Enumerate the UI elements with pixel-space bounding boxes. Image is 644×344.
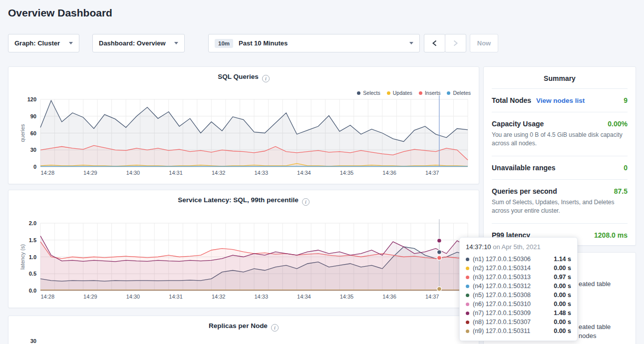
summary-panel: Summary Total Nodes View nodes list 9 Ca… [483,66,636,246]
svg-text:14:37: 14:37 [425,294,439,300]
svg-text:14:28: 14:28 [41,170,55,176]
svg-text:14:33: 14:33 [255,294,269,300]
replicas-per-node-title: Replicas per Nodei [8,322,479,332]
time-range-label: Past 10 Minutes [239,39,288,47]
tooltip-row: (n1) 127.0.0.1:503061.14 s [466,255,571,264]
chevron-down-icon [409,42,413,44]
info-icon[interactable]: i [271,324,279,332]
series-color-dot [466,321,469,324]
sql-queries-chart[interactable]: 030609012014:2814:2914:3014:3114:3214:33… [8,67,480,185]
svg-text:30: 30 [30,147,36,153]
tooltip-node-value: 0.00 s [554,301,571,308]
svg-text:14:35: 14:35 [340,294,354,300]
tooltip-time: 14:37:10 [466,243,491,251]
chart-title-text: Replicas per Node [209,322,268,330]
tooltip-node-label: (n8) 127.0.0.1:50307 [473,319,531,326]
now-button[interactable]: Now [470,34,498,52]
tooltip-node-label: (n2) 127.0.0.1:50314 [473,265,531,272]
time-next-button[interactable] [445,34,466,52]
tooltip-node-value: 0.00 s [554,319,571,326]
time-range-selector[interactable]: 10m Past 10 Minutes [208,34,420,52]
tooltip-row: (n6) 127.0.0.1:503100.00 s [466,300,571,309]
y-axis-tick: 30 [28,338,36,344]
chevron-down-icon [174,42,178,44]
tooltip-node-label: (n3) 127.0.0.1:50313 [473,274,531,281]
time-prev-button[interactable] [424,34,445,52]
svg-text:14:31: 14:31 [169,294,183,300]
svg-text:14:33: 14:33 [255,170,269,176]
svg-text:14:29: 14:29 [83,294,97,300]
chart-tooltip: 14:37:10 on Apr 5th, 2021 (n1) 127.0.0.1… [459,237,578,341]
capacity-desc: You are using 0 B of 4.5 GiB usable disk… [492,131,628,148]
tooltip-row: (n5) 127.0.0.1:503080.00 s [466,291,571,300]
total-nodes-value: 9 [624,96,628,104]
qps-desc: Sum of Selects, Updates, Inserts, and De… [492,198,628,216]
chevron-left-icon [432,40,437,46]
view-nodes-list-link[interactable]: View nodes list [536,97,585,104]
series-color-dot [466,258,469,261]
svg-text:1.5: 1.5 [29,237,36,243]
page-title: Overview Dashboard [8,7,112,19]
event-item[interactable]: eated table [579,280,611,288]
summary-capacity: Capacity Usage 0.00% You are using 0 B o… [492,112,628,156]
svg-text:14:29: 14:29 [83,170,97,176]
svg-text:14:36: 14:36 [382,294,396,300]
series-color-dot [466,303,469,306]
dashboard-dropdown-label: Dashboard: Overview [99,39,166,47]
series-color-dot [466,285,469,288]
svg-text:14:35: 14:35 [340,170,354,176]
svg-text:90: 90 [30,113,36,119]
svg-text:14:30: 14:30 [126,170,140,176]
tooltip-row: (n7) 127.0.0.1:503091.48 s [466,309,571,318]
tooltip-node-label: (n4) 127.0.0.1:50312 [473,283,531,290]
tooltip-node-value: 0.00 s [554,292,571,299]
qps-label: Queries per second [492,187,557,195]
svg-text:14:37: 14:37 [425,170,439,176]
svg-text:120: 120 [27,96,36,102]
svg-text:0: 0 [33,164,36,170]
tooltip-node-label: (n7) 127.0.0.1:50309 [473,310,531,317]
dashboard-dropdown[interactable]: Dashboard: Overview [92,34,185,52]
tooltip-timestamp: 14:37:10 on Apr 5th, 2021 [466,243,571,251]
chevron-right-icon [453,40,458,46]
svg-text:1.0: 1.0 [29,254,36,260]
svg-text:14:31: 14:31 [169,170,183,176]
tooltip-row: (n8) 127.0.0.1:503070.00 s [466,318,571,327]
service-latency-chart[interactable]: 0.00.51.01.52.014:2814:2914:3014:3114:32… [8,190,480,309]
graph-dropdown[interactable]: Graph: Cluster [8,34,79,52]
tooltip-date: on Apr 5th, 2021 [493,243,540,251]
tooltip-node-label: (n6) 127.0.0.1:50310 [473,301,531,308]
graph-dropdown-label: Graph: Cluster [14,39,60,47]
summary-qps: Queries per second 87.5 Sum of Selects, … [492,179,628,223]
p99-latency-value: 1208.0 ms [594,231,628,239]
svg-text:2.0: 2.0 [29,220,36,226]
tooltip-node-value: 0.97 s [554,274,571,281]
tooltip-node-label: (n5) 127.0.0.1:50308 [473,292,531,299]
tooltip-node-label: (n9) 127.0.0.1:50311 [473,328,530,335]
svg-text:0.0: 0.0 [29,288,36,294]
svg-text:14:34: 14:34 [297,170,311,176]
tooltip-node-value: 0.00 s [554,265,571,272]
summary-unavailable-ranges: Unavailable ranges 0 [492,156,628,179]
summary-total-nodes: Total Nodes View nodes list 9 [492,88,628,112]
replicas-per-node-card: Replicas per Nodei 30 [8,316,479,344]
series-color-dot [466,276,469,279]
event-item[interactable]: eated table [579,323,611,331]
sql-queries-card: SQL Queriesi SelectsUpdatesInsertsDelete… [8,66,479,184]
tooltip-node-value: 1.48 s [554,310,571,317]
tooltip-row: (n2) 127.0.0.1:503140.00 s [466,264,571,273]
tooltip-node-value: 1.14 s [554,256,571,263]
series-color-dot [466,312,469,315]
svg-text:14:32: 14:32 [212,170,226,176]
series-color-dot [466,330,469,333]
service-latency-card: Service Latency: SQL, 99th percentilei 0… [8,190,479,308]
svg-text:14:34: 14:34 [297,294,311,300]
series-color-dot [466,294,469,297]
svg-text:queries: queries [19,124,25,142]
svg-text:60: 60 [30,130,36,136]
svg-text:14:36: 14:36 [382,170,396,176]
tooltip-node-value: 0.00 s [554,283,571,290]
svg-text:14:28: 14:28 [41,294,55,300]
event-item[interactable]: nodes [579,332,596,340]
qps-value: 87.5 [614,187,628,195]
